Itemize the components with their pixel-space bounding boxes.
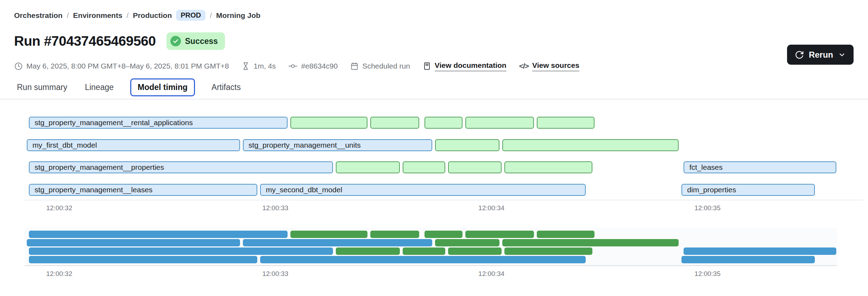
- minimap-bar[interactable]: [403, 247, 445, 255]
- gantt-bar[interactable]: [537, 117, 595, 129]
- minimap-bar-my_first_dbt_model[interactable]: [27, 239, 240, 246]
- minimap-bar-stg_property_management__rental_applications[interactable]: [29, 231, 288, 238]
- minimap-bar-stg_property_management__leases[interactable]: [29, 256, 257, 263]
- minimap-bar-stg_property_management__units[interactable]: [243, 239, 432, 246]
- minimap-bar-my_second_dbt_model[interactable]: [260, 256, 586, 263]
- gantt-bar[interactable]: [336, 161, 400, 173]
- minimap-bar[interactable]: [448, 247, 501, 255]
- gantt-bar[interactable]: [465, 117, 534, 129]
- gantt-bar-stg_property_management__leases[interactable]: stg_property_management__leases: [29, 184, 257, 196]
- minimap-bar[interactable]: [504, 247, 592, 255]
- minimap-tick-12:00:32: 12:00:32: [31, 270, 87, 278]
- gantt-bar-stg_property_management__units[interactable]: stg_property_management__units: [243, 139, 432, 151]
- gantt-bar-label: dim_properties: [682, 186, 736, 194]
- minimap-bar-fct_leases[interactable]: [684, 247, 836, 255]
- time-axis-line: [25, 200, 863, 200]
- gantt-bar[interactable]: [290, 117, 367, 129]
- minimap-bar[interactable]: [537, 231, 595, 238]
- minimap-bar[interactable]: [370, 231, 419, 238]
- minimap-bar[interactable]: [336, 247, 400, 255]
- gantt-bar-my_second_dbt_model[interactable]: my_second_dbt_model: [260, 184, 586, 196]
- gantt-bar-label: stg_property_management__leases: [30, 186, 152, 194]
- minimap-tick-12:00:33: 12:00:33: [247, 270, 303, 278]
- gantt-bar-label: my_second_dbt_model: [261, 186, 342, 194]
- gantt-bar-label: stg_property_management__properties: [30, 163, 164, 172]
- minimap-tick-12:00:34: 12:00:34: [463, 270, 520, 278]
- gantt-bar-my_first_dbt_model[interactable]: my_first_dbt_model: [27, 139, 240, 151]
- minimap-bar[interactable]: [424, 231, 463, 238]
- gantt-bar-label: stg_property_management__rental_applicat…: [30, 118, 193, 127]
- minimap-bar[interactable]: [435, 239, 499, 246]
- time-axis-tick-12:00:35: 12:00:35: [679, 204, 736, 212]
- time-axis-tick-12:00:33: 12:00:33: [247, 204, 303, 212]
- minimap-bar[interactable]: [465, 231, 534, 238]
- time-axis-tick-12:00:32: 12:00:32: [31, 204, 87, 212]
- gantt-bar-stg_property_management__properties[interactable]: stg_property_management__properties: [29, 161, 333, 173]
- gantt-bar-label: stg_property_management__units: [244, 141, 361, 149]
- gantt-bar-label: fct_leases: [684, 163, 723, 172]
- minimap-bar-dim_properties[interactable]: [681, 256, 815, 263]
- gantt-bar[interactable]: [448, 161, 501, 173]
- gantt-bar-stg_property_management__rental_applications[interactable]: stg_property_management__rental_applicat…: [29, 117, 288, 129]
- minimap-bar[interactable]: [502, 239, 679, 246]
- gantt-bar[interactable]: [370, 117, 419, 129]
- run-detail-page: Orchestration / Environments / Productio…: [0, 0, 868, 296]
- gantt-bar[interactable]: [502, 139, 679, 151]
- minimap-bar[interactable]: [290, 231, 367, 238]
- gantt-bar-fct_leases[interactable]: fct_leases: [684, 161, 836, 173]
- gantt-bar[interactable]: [504, 161, 592, 173]
- minimap-bar-stg_property_management__properties[interactable]: [29, 247, 333, 255]
- gantt-bar[interactable]: [424, 117, 463, 129]
- model-timing-chart: stg_property_management__rental_applicat…: [0, 0, 868, 296]
- time-axis-tick-12:00:34: 12:00:34: [463, 204, 520, 212]
- gantt-bar[interactable]: [403, 161, 445, 173]
- gantt-bar[interactable]: [435, 139, 499, 151]
- minimap-tick-12:00:35: 12:00:35: [679, 270, 736, 278]
- minimap-divider: [25, 265, 837, 266]
- gantt-bar-label: my_first_dbt_model: [27, 141, 97, 149]
- gantt-bar-dim_properties[interactable]: dim_properties: [681, 184, 815, 196]
